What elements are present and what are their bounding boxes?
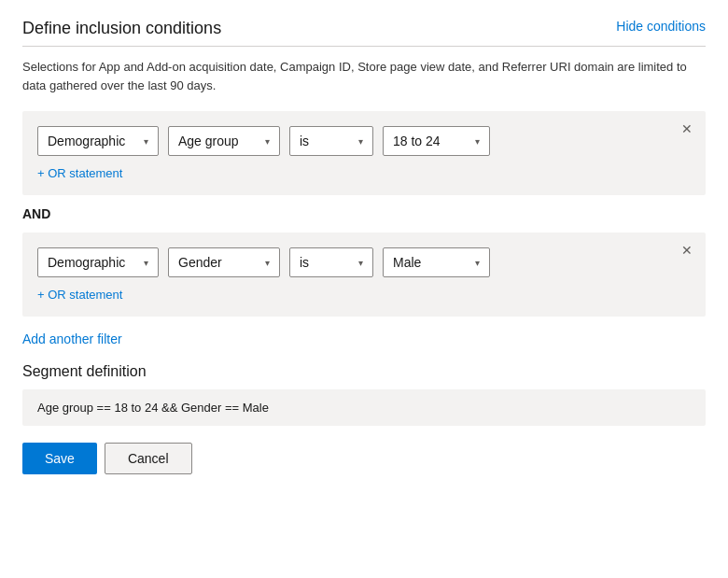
- filter2-category-chevron: ▾: [144, 258, 148, 268]
- filter-row-2: Demographic ▾ Gender ▾ is ▾ Male ▾: [37, 247, 691, 277]
- page-header: Define inclusion conditions Hide conditi…: [22, 19, 706, 38]
- filter-row-1: Demographic ▾ Age group ▾ is ▾ 18 to 24 …: [37, 126, 691, 156]
- filter1-field-label: Age group: [178, 134, 239, 148]
- filter2-category-label: Demographic: [48, 255, 125, 270]
- filter1-field-chevron: ▾: [265, 136, 270, 147]
- save-button[interactable]: Save: [22, 443, 97, 474]
- filter1-operator-dropdown[interactable]: is ▾: [289, 126, 373, 156]
- filter2-field-chevron: ▾: [265, 258, 270, 268]
- close-filter-2-button[interactable]: ✕: [679, 242, 694, 259]
- filter1-value-chevron: ▾: [475, 136, 480, 147]
- header-divider: [22, 46, 706, 47]
- segment-definition-box: Age group == 18 to 24 && Gender == Male: [22, 389, 706, 426]
- filter1-operator-label: is: [300, 134, 309, 148]
- filter2-field-label: Gender: [178, 255, 222, 270]
- filter1-category-label: Demographic: [48, 134, 125, 148]
- filter2-value-label: Male: [393, 255, 421, 270]
- action-buttons: Save Cancel: [22, 443, 706, 474]
- filter2-value-dropdown[interactable]: Male ▾: [383, 247, 490, 277]
- filter1-operator-chevron: ▾: [358, 136, 363, 147]
- page-title: Define inclusion conditions: [22, 19, 221, 38]
- segment-definition-expression: Age group == 18 to 24 && Gender == Male: [37, 401, 269, 415]
- filter1-value-label: 18 to 24: [393, 134, 441, 148]
- filter1-field-dropdown[interactable]: Age group ▾: [168, 126, 280, 156]
- info-text: Selections for App and Add-on acquisitio…: [22, 58, 706, 94]
- close-filter-1-button[interactable]: ✕: [679, 120, 694, 137]
- filter1-value-dropdown[interactable]: 18 to 24 ▾: [383, 126, 490, 156]
- filter2-operator-chevron: ▾: [358, 258, 363, 268]
- filter2-field-dropdown[interactable]: Gender ▾: [168, 247, 280, 277]
- segment-definition-section: Segment definition Age group == 18 to 24…: [22, 363, 706, 426]
- filter1-category-dropdown[interactable]: Demographic ▾: [37, 126, 159, 156]
- filter2-operator-label: is: [300, 255, 309, 270]
- cancel-button[interactable]: Cancel: [105, 443, 192, 474]
- filter2-value-chevron: ▾: [475, 258, 480, 268]
- filter-card-1: ✕ Demographic ▾ Age group ▾ is ▾ 18 to 2…: [22, 111, 706, 195]
- filter2-operator-dropdown[interactable]: is ▾: [289, 247, 373, 277]
- and-label: AND: [22, 206, 706, 221]
- add-another-filter-link[interactable]: Add another filter: [22, 331, 122, 346]
- segment-definition-title: Segment definition: [22, 363, 706, 380]
- filter2-category-dropdown[interactable]: Demographic ▾: [37, 247, 159, 277]
- filter2-or-statement-link[interactable]: + OR statement: [37, 288, 122, 302]
- filter1-category-chevron: ▾: [144, 136, 148, 147]
- filter1-or-statement-link[interactable]: + OR statement: [37, 166, 122, 180]
- filter-card-2: ✕ Demographic ▾ Gender ▾ is ▾ Male ▾ + O…: [22, 233, 706, 317]
- hide-conditions-link[interactable]: Hide conditions: [616, 19, 706, 34]
